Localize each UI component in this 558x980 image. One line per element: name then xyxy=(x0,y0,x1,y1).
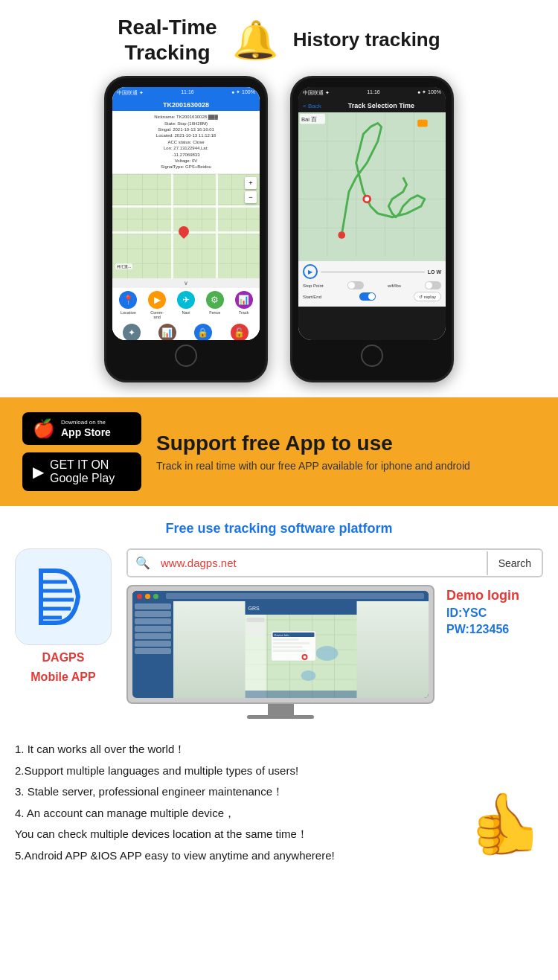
fence-icon: ⚙ xyxy=(206,291,224,309)
phone1-battery: ● ✦ 100% xyxy=(231,89,255,97)
speed-indicator: LO W xyxy=(428,269,441,275)
map-road xyxy=(171,174,173,278)
store-buttons: 🍎 Download on the App Store ▶ GET IT ON … xyxy=(22,412,141,491)
defence-btn[interactable]: 🔒 Defence xyxy=(194,324,212,340)
location-btn[interactable]: 📍 Location xyxy=(119,291,137,319)
zoom-in[interactable]: + xyxy=(245,177,257,189)
play-button[interactable]: ▶ xyxy=(303,264,318,279)
app-name-label: DAGPS xyxy=(42,651,85,664)
phone1-info-line: State: Stop (16H28M) xyxy=(117,121,255,126)
platform-row: DAGPS Mobile APP 🔍 www.dagps.net Search xyxy=(15,548,543,719)
monitor-titlebar xyxy=(132,591,429,601)
svg-rect-35 xyxy=(246,615,266,698)
app-logo-box: DAGPS Mobile APP xyxy=(15,548,112,684)
svg-point-48 xyxy=(304,656,307,659)
svg-rect-46 xyxy=(273,650,307,652)
phone1-home-button[interactable] xyxy=(175,345,197,367)
slider-track[interactable] xyxy=(321,271,425,273)
phone2-screen: 中国联通 ✦ 11:16 ● ✦ 100% < Back Track Selec… xyxy=(298,87,446,340)
svg-rect-14 xyxy=(417,120,428,127)
phone2-status-bar: 中国联通 ✦ 11:16 ● ✦ 100% xyxy=(298,87,446,99)
yellow-text: Support free App to use Track in real ti… xyxy=(156,432,536,472)
expand-btn[interactable]: ∨ xyxy=(112,278,260,288)
monitor-sidebar xyxy=(132,601,173,698)
phone1-content: 中国联通 ✦ 11:16 ● ✦ 100% TK2001630028 Nickn… xyxy=(112,87,260,340)
svg-rect-38 xyxy=(247,628,265,631)
support-description: Track in real time with our free APP ava… xyxy=(156,460,536,472)
phone1-info-line: Lon: 27.13122944,Lat: xyxy=(117,145,255,151)
phone1-mockup: 中国联通 ✦ 11:16 ● ✦ 100% TK2001630028 Nickn… xyxy=(104,76,268,382)
map-label: 外汇里... xyxy=(115,257,132,271)
phone1-status-bar: 中国联通 ✦ 11:16 ● ✦ 100% xyxy=(112,87,260,99)
search-bar: 🔍 www.dagps.net Search xyxy=(126,548,543,577)
start-end-toggle[interactable] xyxy=(359,292,376,301)
svg-rect-22 xyxy=(246,601,357,615)
feature-1: 1. It can works all over the world！ xyxy=(15,741,446,758)
detail-btn[interactable]: ✦ Detail xyxy=(123,324,141,340)
svg-rect-44 xyxy=(273,642,310,644)
phone2-header-title: Track Selection Time xyxy=(348,102,414,109)
sidebar-item xyxy=(135,641,171,647)
mil-icon: 📊 xyxy=(158,324,176,340)
wifi-lbs-label: wifi/lbs xyxy=(388,284,401,288)
track-btn[interactable]: 📊 Track xyxy=(235,291,253,319)
search-icon: 🔍 xyxy=(128,550,158,576)
thumbs-up-icon: 👍 xyxy=(469,794,543,854)
svg-rect-37 xyxy=(247,624,265,627)
zoom-out[interactable]: − xyxy=(245,191,257,203)
app-store-text: Download on the App Store xyxy=(61,419,111,438)
heading-right: History tracking xyxy=(293,28,440,51)
thumbs-wrapper: 👍 xyxy=(454,794,543,868)
google-play-button[interactable]: ▶ GET IT ON Google Play xyxy=(22,452,141,491)
stop-point-label: Stop Point xyxy=(303,284,324,288)
mil-btn[interactable]: 📊 Mil xyxy=(158,324,176,340)
sidebar-item xyxy=(135,611,171,617)
app-store-button[interactable]: 🍎 Download on the App Store xyxy=(22,412,141,445)
search-url-text[interactable]: www.dagps.net xyxy=(158,551,487,575)
stop-point-toggle[interactable] xyxy=(347,281,364,289)
detail-icon: ✦ xyxy=(123,324,141,340)
phone2-content: 中国联通 ✦ 11:16 ● ✦ 100% < Back Track Selec… xyxy=(298,87,446,340)
map-road xyxy=(112,205,260,208)
track-icon: 📊 xyxy=(235,291,253,309)
history-tracking-title: History tracking xyxy=(293,28,440,51)
svg-text:Bai 百: Bai 百 xyxy=(301,116,317,123)
svg-point-34 xyxy=(301,670,316,681)
minimize-dot xyxy=(145,594,150,599)
demo-pw: PW:123456 xyxy=(446,623,543,636)
mobile-app-label: Mobile APP xyxy=(31,670,95,684)
phone2-back-btn[interactable]: < Back xyxy=(303,103,321,109)
phone1-screen: 中国联通 ✦ 11:16 ● ✦ 100% TK2001630028 Nickn… xyxy=(112,87,260,340)
phone2-home-button[interactable] xyxy=(361,345,383,367)
navi-btn[interactable]: ✈ Navi xyxy=(177,291,195,319)
replay-button[interactable]: ↺ replay xyxy=(414,292,441,301)
phone2-slider-row: ▶ LO W xyxy=(303,264,441,279)
top-headings: Real-Time Tracking 🔔 History tracking xyxy=(7,15,551,65)
undefence-icon: 🔓 xyxy=(231,324,248,340)
phone1-info-line: -11.27069833 xyxy=(117,152,255,158)
phone1-time: 11:16 xyxy=(181,89,194,97)
wifi-lbs-toggle[interactable] xyxy=(425,281,441,289)
fence-btn[interactable]: ⚙ Fence xyxy=(206,291,224,319)
phones-row: 中国联通 ✦ 11:16 ● ✦ 100% TK2001630028 Nickn… xyxy=(7,76,551,382)
monitor-screen-content: GRS xyxy=(132,601,429,698)
phone1-header: TK2001630028 xyxy=(112,99,260,111)
command-btn[interactable]: ▶ Comm-and xyxy=(148,291,166,319)
platform-title: Free use tracking software platform xyxy=(15,521,543,537)
phone1-device-id: TK2001630028 xyxy=(163,101,209,109)
phone1-info-line: Located: 2021-10-13 11:12:18 xyxy=(117,132,255,138)
real-time-tracking-title: Real-Time Tracking xyxy=(118,15,217,65)
search-button[interactable]: Search xyxy=(487,551,542,575)
monitor-stand xyxy=(268,704,294,715)
feature-4: 4. An account can manage multiple device… xyxy=(15,805,446,822)
google-play-big-text: Google Play xyxy=(50,472,115,485)
command-icon: ▶ xyxy=(148,291,166,309)
undefence-btn[interactable]: 🔓 unDefence xyxy=(229,324,249,340)
feature-5: You can check multiple devices location … xyxy=(15,826,446,843)
app-store-big-text: App Store xyxy=(61,426,111,439)
navi-icon: ✈ xyxy=(177,291,195,309)
phone1-map: + − 外汇里... xyxy=(112,174,260,278)
features-row: 1. It can works all over the world！ 2.Su… xyxy=(15,741,543,868)
phone1-info-line: Nickname: TK2001630028 ▓▓▓ xyxy=(117,114,255,120)
gps-map-svg: GRS xyxy=(173,601,429,698)
